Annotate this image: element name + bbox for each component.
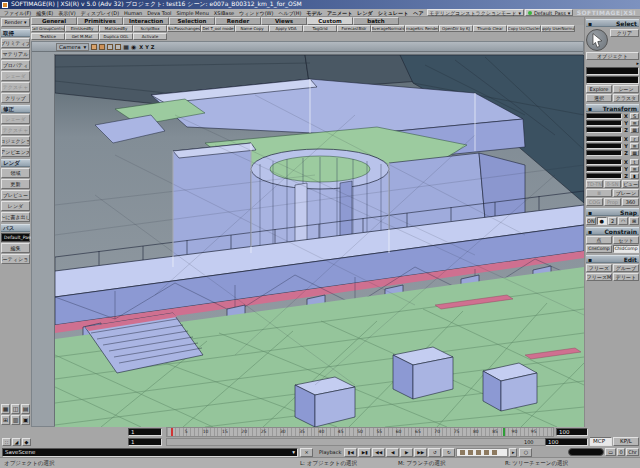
get-property-button[interactable]: プロパティ [1, 60, 30, 70]
freeze-button[interactable]: フリーズ [586, 264, 612, 272]
module-item[interactable]: ヘア [411, 10, 425, 16]
go-start-button[interactable]: ◀◀ [372, 448, 385, 457]
viewport-canvas[interactable] [54, 54, 583, 426]
menu-item[interactable]: 編集(E) [34, 10, 55, 16]
title-bar[interactable]: SOFTIMAGE(R) | XSI(R) v 5.0 (Adv 32) プロジ… [0, 0, 640, 9]
go-end-button[interactable]: ▶▶ [414, 448, 427, 457]
tab-batch[interactable]: batch [353, 17, 399, 25]
shelf-button[interactable]: Call GroupControl [31, 25, 65, 32]
loop-end-field[interactable]: 100 [545, 438, 588, 446]
translate-button[interactable]: t [630, 159, 639, 165]
translate-options-icon[interactable]: ▮ [630, 173, 639, 179]
modify-projection-button[interactable]: プロジェクション [1, 136, 30, 146]
render-preview-button[interactable]: プレビュー [1, 190, 30, 200]
play-back-button[interactable]: ◀ [386, 448, 399, 457]
shelf-button[interactable]: Duplica OGL [99, 33, 133, 40]
tab-views[interactable]: Views [261, 17, 307, 25]
folder-icon[interactable]: ▭ [605, 448, 616, 456]
menu-item[interactable]: ヘルプ(H) [277, 10, 304, 16]
freeze-m-button[interactable]: フリーズM [586, 273, 612, 281]
selection-field-2[interactable] [586, 76, 639, 84]
camera-memo-1[interactable] [91, 44, 97, 50]
get-material-button[interactable]: マテリアル [1, 49, 30, 59]
timeline-ruler[interactable]: 5101520253035404550556065707580859095 [166, 427, 554, 437]
tab-primitives[interactable]: Primitives [77, 17, 123, 25]
selection-field-1[interactable] [586, 67, 639, 75]
shelf-button[interactable]: OpenDir by KJ [439, 25, 473, 32]
layout-icon-2[interactable]: ◫ [11, 404, 20, 414]
shelf-button[interactable]: MatUsedBy [99, 25, 133, 32]
chr-button[interactable]: Chr [626, 448, 639, 456]
pass-dropdown-toolbar[interactable]: Default_Pass [1, 233, 30, 242]
tab-general[interactable]: General [31, 17, 77, 25]
scale-x-field[interactable] [586, 113, 622, 119]
delete-button[interactable]: デリート [613, 273, 639, 281]
menu-item[interactable]: 表示(V) [56, 10, 77, 16]
scale-button[interactable]: S [630, 113, 639, 119]
menu-item[interactable]: XSIBase [212, 10, 236, 16]
shelf-button[interactable]: Thumb Clear [473, 25, 507, 32]
module-item[interactable]: モデル [305, 10, 324, 16]
shelf-button[interactable]: Name Copy [235, 25, 269, 32]
view-ref-button[interactable]: ビュー [622, 180, 639, 188]
snap-on-toggle[interactable]: ON [586, 217, 596, 225]
rotate-y-field[interactable] [586, 143, 622, 149]
render-render-button[interactable]: レンダ [1, 201, 30, 211]
toolbar-mode-dropdown[interactable]: Render ▾ [1, 18, 30, 27]
menu-item[interactable]: ファイル(F) [2, 10, 33, 16]
layout-icon-4[interactable]: ⊞ [1, 415, 10, 425]
construction-mode-dropdown[interactable]: モデリングコンストラクションモード ▾ [427, 9, 524, 16]
flyout-arrow-icon[interactable]: ▸ [509, 448, 517, 457]
rotate-z-field[interactable] [586, 150, 622, 156]
get-clip-button[interactable]: クリップ [1, 93, 30, 103]
render-export-button[interactable]: 〜に書き出し [1, 212, 30, 222]
script-command-line[interactable]: SaveScene ▾ [2, 448, 298, 457]
constrain-set-button[interactable]: セット [613, 236, 639, 244]
module-item[interactable]: レンダ [355, 10, 374, 16]
pass-dropdown-menubar[interactable]: Default_Pass ▾ [525, 9, 573, 16]
zero-badge[interactable]: 0 [617, 448, 625, 456]
kpl-tab[interactable]: KP/L [613, 437, 639, 446]
translate-z-field[interactable] [586, 173, 622, 179]
tab-interaction[interactable]: Interaction [123, 17, 169, 25]
step-back-button[interactable]: ▮◀ [344, 448, 357, 457]
plane-ref-button[interactable]: プレーン [613, 189, 639, 197]
modify-ambience-button[interactable]: アンビエンス [1, 147, 30, 157]
shelf-button[interactable]: ElmUsedBy [65, 25, 99, 32]
shelf-button[interactable]: Apply VDA [269, 25, 303, 32]
rotate-add-icon[interactable]: ≡ [630, 143, 639, 149]
select-flyout-icon[interactable]: ▸ [586, 60, 639, 66]
layout-icon-6[interactable]: ▣ [21, 415, 30, 425]
chldcomp-button[interactable]: ChldComp [613, 245, 639, 253]
shelf-button[interactable]: Del T_ool mode [201, 25, 235, 32]
keyframe-icon[interactable]: ∷ [2, 438, 11, 446]
viewport-3d-scene[interactable] [55, 55, 584, 427]
shelf-button[interactable]: ImageSrc Render [405, 25, 439, 32]
mouse-icon[interactable]: ◆ [22, 438, 31, 446]
shelf-button[interactable]: AverageNormals [371, 25, 405, 32]
axis-toggle[interactable]: Z [150, 44, 156, 50]
camera-memo-2[interactable] [99, 44, 105, 50]
zoom-icon[interactable]: ○ [519, 448, 532, 457]
cnscomp-button[interactable]: CnsComp [586, 245, 612, 253]
module-item[interactable]: シミュレート [376, 10, 411, 16]
camera-memo-3[interactable] [107, 44, 113, 50]
tab-custom[interactable]: Custom [307, 17, 353, 25]
menu-item[interactable]: Simple Menu [174, 10, 210, 16]
constrain-point-button[interactable]: 点 [586, 236, 612, 244]
layout-icon-1[interactable]: ▦ [1, 404, 10, 414]
pencil-icon[interactable]: ◢ [12, 438, 21, 446]
pass-edit-button[interactable]: 編集 [1, 243, 30, 253]
loop-icon[interactable]: ↺ [428, 448, 441, 457]
step-forward-button[interactable]: ▶▮ [358, 448, 371, 457]
rotate-options-icon[interactable]: ▦ [630, 150, 639, 156]
shelf-button[interactable]: TexSlice [31, 33, 65, 40]
menu-item[interactable]: Deva Tool [145, 10, 173, 16]
rotate-button[interactable]: r [630, 136, 639, 142]
render-region-button[interactable]: 領域 [1, 168, 30, 178]
shelf-button[interactable]: Get M.Mat [65, 33, 99, 40]
shelf-button[interactable]: ScriptBox [133, 25, 167, 32]
select-object-button[interactable]: オブジェクト [586, 52, 639, 60]
translate-add-icon[interactable]: ≡ [630, 166, 639, 172]
select-arrow-button[interactable] [586, 29, 608, 51]
